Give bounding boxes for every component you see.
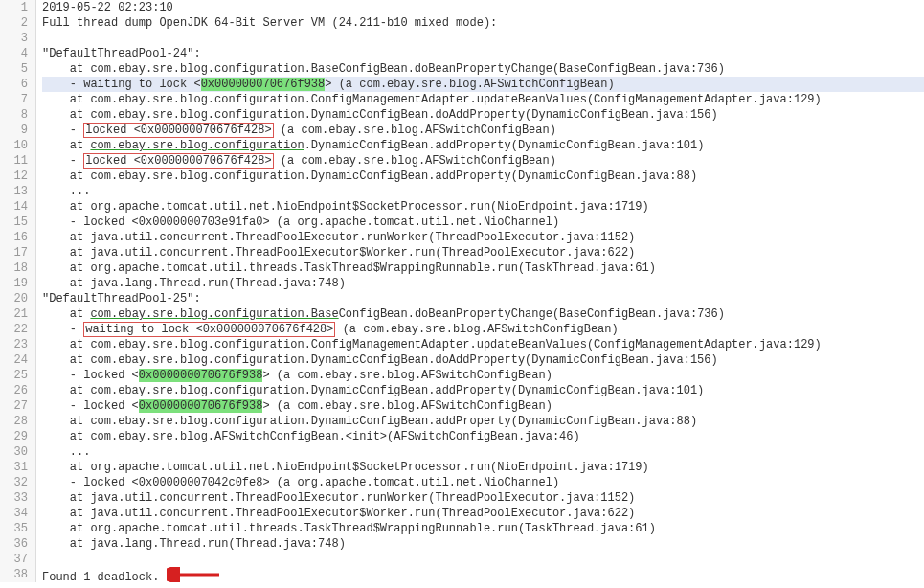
code-line: "DefaultThreadPool-24":	[42, 46, 924, 61]
line-number: 1	[0, 0, 28, 15]
underlined-package: com.ebay.sre.blog.configuration	[90, 139, 304, 152]
line-number: 11	[0, 153, 28, 169]
highlighted-lock-red: locked <0x000000070676f428>	[83, 123, 273, 138]
code-line: at com.ebay.sre.blog.configuration.Confi…	[42, 92, 924, 107]
line-number: 29	[0, 429, 28, 444]
line-number: 13	[0, 184, 28, 199]
code-line: at com.ebay.sre.blog.configuration.BaseC…	[42, 306, 924, 322]
code-line: Full thread dump OpenJDK 64-Bit Server V…	[42, 15, 924, 31]
line-number: 25	[0, 368, 28, 383]
code-line: Found 1 deadlock.	[42, 567, 924, 582]
line-number: 34	[0, 506, 28, 521]
code-line	[42, 552, 924, 567]
code-line: at com.ebay.sre.blog.configuration.Dynam…	[42, 169, 924, 184]
highlighted-lock-red: locked <0x000000070676f428>	[83, 153, 273, 169]
line-number: 35	[0, 521, 28, 536]
line-number: 19	[0, 276, 28, 291]
line-number: 9	[0, 123, 28, 138]
code-line: at com.ebay.sre.blog.configuration.Confi…	[42, 337, 924, 352]
code-line: at com.ebay.sre.blog.configuration.Dynam…	[42, 414, 924, 429]
code-line: at java.util.concurrent.ThreadPoolExecut…	[42, 490, 924, 506]
line-number: 5	[0, 61, 28, 77]
code-line: - locked <0x000000070676f428> (a com.eba…	[42, 123, 924, 138]
highlighted-address-green: 0x000000070676f938	[201, 78, 326, 91]
line-number: 17	[0, 245, 28, 260]
code-line: at com.ebay.sre.blog.configuration.Dynam…	[42, 352, 924, 368]
line-number: 30	[0, 444, 28, 460]
code-line: at java.util.concurrent.ThreadPoolExecut…	[42, 230, 924, 245]
code-line: 2019-05-22 02:23:10	[42, 0, 924, 15]
line-number: 6	[0, 77, 28, 92]
code-line: at org.apache.tomcat.util.net.NioEndpoin…	[42, 460, 924, 475]
line-number: 10	[0, 138, 28, 153]
code-editor: 1234567891011121314151617181920212223242…	[0, 0, 924, 582]
code-line: "DefaultThreadPool-25":	[42, 291, 924, 306]
line-number: 23	[0, 337, 28, 352]
line-number: 8	[0, 107, 28, 123]
line-number: 14	[0, 199, 28, 215]
line-number-gutter: 1234567891011121314151617181920212223242…	[0, 0, 36, 582]
line-number: 3	[0, 31, 28, 46]
highlighted-address-green: 0x000000070676f938	[139, 369, 263, 382]
annotation-arrow-icon	[167, 567, 224, 582]
code-line: - waiting to lock <0x000000070676f938> (…	[42, 77, 924, 92]
code-line: at java.util.concurrent.ThreadPoolExecut…	[42, 245, 924, 260]
line-number: 33	[0, 490, 28, 506]
code-line: at java.lang.Thread.run(Thread.java:748)	[42, 536, 924, 552]
line-number: 38	[0, 567, 28, 582]
code-line: at com.ebay.sre.blog.configuration.Dynam…	[42, 138, 924, 153]
line-number: 18	[0, 260, 28, 276]
line-number: 32	[0, 475, 28, 490]
highlighted-lock-red: waiting to lock <0x000000070676f428>	[83, 322, 335, 337]
code-line: at com.ebay.sre.blog.configuration.BaseC…	[42, 61, 924, 77]
line-number: 12	[0, 169, 28, 184]
line-number: 31	[0, 460, 28, 475]
code-line: - locked <0x0000000703e91fa0> (a org.apa…	[42, 215, 924, 230]
line-number: 37	[0, 552, 28, 567]
code-line: - waiting to lock <0x000000070676f428> (…	[42, 322, 924, 337]
code-line: at com.ebay.sre.blog.configuration.Dynam…	[42, 107, 924, 123]
line-number: 15	[0, 215, 28, 230]
highlighted-address-green: 0x000000070676f938	[139, 399, 263, 413]
line-number: 21	[0, 306, 28, 322]
code-line: at org.apache.tomcat.util.net.NioEndpoin…	[42, 199, 924, 215]
line-number: 24	[0, 352, 28, 368]
code-content[interactable]: 2019-05-22 02:23:10Full thread dump Open…	[36, 0, 924, 582]
underlined-package: com.ebay.sre.blog.configuration.Base	[90, 307, 338, 321]
code-line: at com.ebay.sre.blog.configuration.Dynam…	[42, 383, 924, 398]
line-number: 27	[0, 398, 28, 414]
code-line	[42, 31, 924, 46]
line-number: 22	[0, 322, 28, 337]
line-number: 26	[0, 383, 28, 398]
code-line: - locked <0x000000070676f428> (a com.eba…	[42, 153, 924, 169]
line-number: 20	[0, 291, 28, 306]
line-number: 28	[0, 414, 28, 429]
code-line: - locked <0x000000070676f938> (a com.eba…	[42, 398, 924, 414]
line-number: 16	[0, 230, 28, 245]
code-line: ...	[42, 184, 924, 199]
code-line: at java.lang.Thread.run(Thread.java:748)	[42, 276, 924, 291]
code-line: - locked <0x000000070676f938> (a com.eba…	[42, 368, 924, 383]
line-number: 36	[0, 536, 28, 552]
code-line: at com.ebay.sre.blog.AFSwitchConfigBean.…	[42, 429, 924, 444]
code-line: at org.apache.tomcat.util.threads.TaskTh…	[42, 521, 924, 536]
code-line: - locked <0x00000007042c0fe8> (a org.apa…	[42, 475, 924, 490]
line-number: 7	[0, 92, 28, 107]
code-line: at java.util.concurrent.ThreadPoolExecut…	[42, 506, 924, 521]
line-number: 2	[0, 15, 28, 31]
line-number: 4	[0, 46, 28, 61]
code-line: ...	[42, 444, 924, 460]
code-line: at org.apache.tomcat.util.threads.TaskTh…	[42, 260, 924, 276]
